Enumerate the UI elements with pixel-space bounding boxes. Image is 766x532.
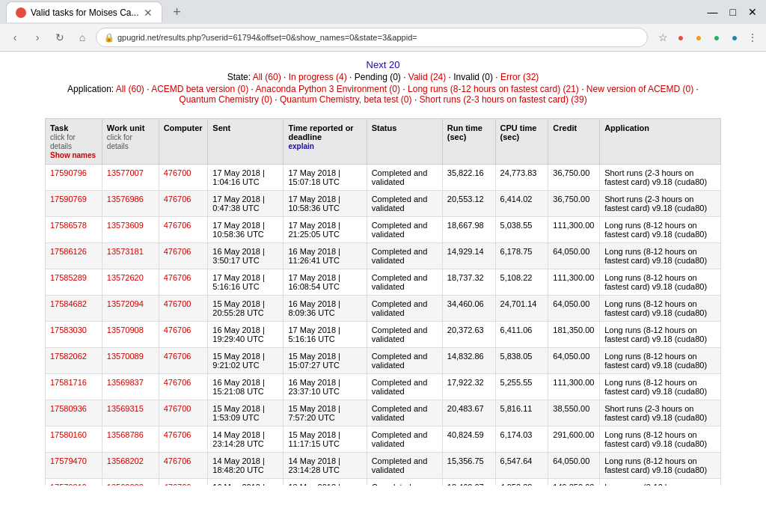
app-anaconda-link[interactable]: Anaconda Python 3 Environment (0): [256, 84, 400, 94]
computer-id[interactable]: 476700: [159, 400, 208, 426]
task-id[interactable]: 17582062: [46, 348, 102, 374]
workunit-id[interactable]: 13572620: [102, 269, 159, 296]
workunit-id[interactable]: 13568202: [102, 453, 159, 479]
workunit-id[interactable]: 13573609: [102, 217, 159, 243]
close-button[interactable]: ✕: [745, 6, 760, 18]
computer-id-link[interactable]: 476700: [164, 168, 192, 177]
computer-id-link[interactable]: 476706: [164, 483, 192, 486]
workunit-id[interactable]: 13577007: [102, 165, 159, 191]
task-id[interactable]: 17581716: [46, 374, 102, 400]
task-id[interactable]: 17579319: [46, 479, 102, 486]
computer-id[interactable]: 476706: [159, 348, 208, 374]
computer-id-link[interactable]: 476706: [164, 325, 192, 334]
workunit-id[interactable]: 13568088: [102, 479, 159, 486]
url-bar[interactable]: 🔒 gpugrid.net/results.php?userid=61794&o…: [96, 28, 648, 47]
workunit-id-link[interactable]: 13573609: [107, 221, 144, 230]
computer-id-link[interactable]: 476700: [164, 299, 192, 308]
extension-icon-3[interactable]: ●: [709, 30, 724, 45]
app-qchembeta-link[interactable]: Quantum Chemistry, beta test (0): [280, 94, 412, 105]
task-id-link[interactable]: 17579470: [50, 456, 87, 465]
maximize-button[interactable]: □: [727, 6, 739, 18]
task-id-link[interactable]: 17581716: [50, 378, 87, 387]
computer-id-link[interactable]: 476706: [164, 195, 192, 204]
workunit-id-link[interactable]: 13569837: [107, 378, 144, 387]
app-shortruns-link[interactable]: Short runs (2-3 hours on fastest card) (…: [420, 94, 587, 105]
task-id[interactable]: 17579470: [46, 453, 102, 479]
task-id-link[interactable]: 17580160: [50, 430, 87, 439]
task-id-link[interactable]: 17586578: [50, 221, 87, 230]
extension-icon-2[interactable]: ●: [691, 30, 706, 45]
task-id[interactable]: 17583030: [46, 322, 102, 348]
app-all-link[interactable]: All (60): [116, 84, 144, 94]
browser-tab[interactable]: Valid tasks for Moises Ca... ✕: [6, 1, 162, 22]
computer-id[interactable]: 476706: [159, 374, 208, 400]
workunit-id-link[interactable]: 13568088: [107, 483, 144, 486]
state-valid-link[interactable]: Valid (24): [408, 72, 446, 82]
app-qchem-link[interactable]: Quantum Chemistry (0): [179, 94, 272, 105]
computer-id[interactable]: 476706: [159, 217, 208, 243]
task-id[interactable]: 17585289: [46, 269, 102, 296]
extension-icon-1[interactable]: ●: [673, 30, 688, 45]
workunit-id-link[interactable]: 13572094: [107, 299, 144, 308]
extension-icon-4[interactable]: ●: [727, 30, 742, 45]
computer-id-link[interactable]: 476706: [164, 247, 192, 256]
computer-id-link[interactable]: 476700: [164, 404, 192, 413]
workunit-id-link[interactable]: 13576986: [107, 195, 144, 204]
workunit-id[interactable]: 13573181: [102, 243, 159, 269]
computer-id[interactable]: 476706: [159, 191, 208, 217]
task-id[interactable]: 17584682: [46, 296, 102, 322]
task-id-link[interactable]: 17579319: [50, 483, 87, 486]
workunit-id[interactable]: 13569315: [102, 400, 159, 426]
menu-button[interactable]: ⋮: [745, 30, 760, 45]
task-id[interactable]: 17580936: [46, 400, 102, 426]
back-button[interactable]: ‹: [6, 28, 24, 46]
computer-id[interactable]: 476706: [159, 479, 208, 486]
computer-id-link[interactable]: 476706: [164, 456, 192, 465]
computer-id[interactable]: 476706: [159, 426, 208, 453]
forward-button[interactable]: ›: [28, 28, 46, 46]
app-newacemd-link[interactable]: New version of ACEMD (0): [586, 84, 693, 94]
workunit-id-link[interactable]: 13570908: [107, 325, 144, 334]
computer-id-link[interactable]: 476706: [164, 430, 192, 439]
workunit-id-link[interactable]: 13573181: [107, 247, 144, 256]
explain-link[interactable]: explain: [288, 142, 313, 150]
bookmark-icon[interactable]: ☆: [655, 30, 670, 45]
minimize-button[interactable]: —: [705, 6, 721, 18]
workunit-id[interactable]: 13570908: [102, 322, 159, 348]
computer-id[interactable]: 476700: [159, 296, 208, 322]
workunit-id[interactable]: 13568786: [102, 426, 159, 453]
task-id-link[interactable]: 17583030: [50, 325, 87, 334]
workunit-id[interactable]: 13569837: [102, 374, 159, 400]
workunit-id[interactable]: 13572094: [102, 296, 159, 322]
state-error-link[interactable]: Error (32): [500, 72, 539, 82]
computer-id[interactable]: 476700: [159, 165, 208, 191]
task-id-link[interactable]: 17590769: [50, 195, 87, 204]
task-id-link[interactable]: 17585289: [50, 273, 87, 282]
workunit-id-link[interactable]: 13572620: [107, 273, 144, 282]
task-id[interactable]: 17586578: [46, 217, 102, 243]
reload-button[interactable]: ↻: [51, 28, 69, 46]
task-id-link[interactable]: 17586126: [50, 247, 87, 256]
computer-id[interactable]: 476706: [159, 322, 208, 348]
app-longruns-link[interactable]: Long runs (8-12 hours on fastest card) (…: [408, 84, 579, 94]
task-id[interactable]: 17580160: [46, 426, 102, 453]
state-inprogress-link[interactable]: In progress (4): [289, 72, 347, 82]
computer-id-link[interactable]: 476706: [164, 273, 192, 282]
computer-id-link[interactable]: 476706: [164, 378, 192, 387]
computer-id-link[interactable]: 476706: [164, 221, 192, 230]
task-id-link[interactable]: 17590796: [50, 168, 87, 177]
task-id[interactable]: 17586126: [46, 243, 102, 269]
workunit-id-link[interactable]: 13568202: [107, 456, 144, 465]
computer-id[interactable]: 476706: [159, 243, 208, 269]
task-id[interactable]: 17590769: [46, 191, 102, 217]
computer-id[interactable]: 476706: [159, 269, 208, 296]
workunit-id[interactable]: 13576986: [102, 191, 159, 217]
task-id-link[interactable]: 17580936: [50, 404, 87, 413]
tab-close-button[interactable]: ✕: [144, 7, 153, 19]
workunit-id-link[interactable]: 13569315: [107, 404, 144, 413]
state-all-link[interactable]: All (60): [253, 72, 281, 82]
next-20-link[interactable]: Next 20: [367, 59, 400, 70]
task-id-link[interactable]: 17582062: [50, 352, 87, 361]
workunit-id[interactable]: 13570089: [102, 348, 159, 374]
app-acemd-link[interactable]: ACEMD beta version (0): [151, 84, 248, 94]
